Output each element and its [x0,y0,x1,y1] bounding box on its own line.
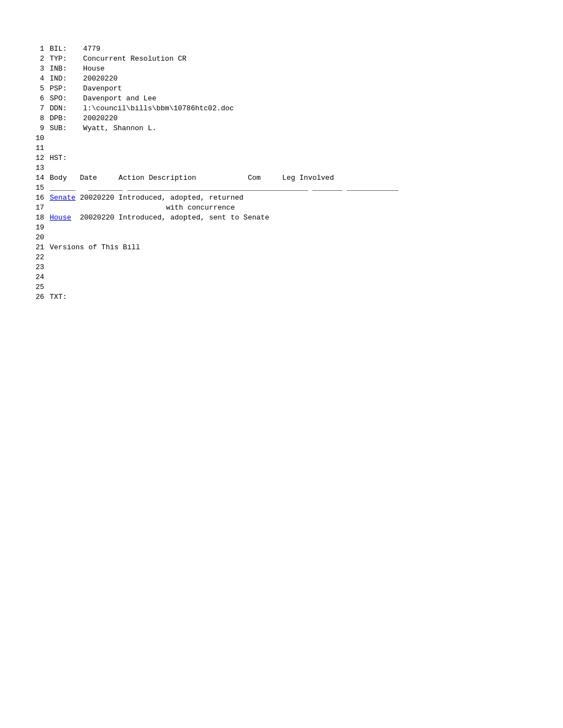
header-body: Body [50,174,67,182]
line-1: 1 BIL: 4779 [33,44,530,54]
line-10: 10 [33,133,530,143]
line-content-14: Body Date Action Description Com Leg Inv… [50,173,530,183]
line-content-7: DDN: l:\council\bills\bbm\10786htc02.doc [50,104,530,114]
line-content-25 [50,282,530,292]
line-content-5: PSP: Davenport [50,84,530,94]
line-17: 17 with concurrence [33,203,530,213]
line-content-10 [50,133,530,143]
header-action: Action Description [119,174,196,182]
senate-date: 20020220 [80,194,114,202]
value-bil: 4779 [83,45,100,53]
line-content-21: Versions of This Bill [50,243,530,253]
label-ddn: DDN: [50,104,75,114]
line-15: 15 ______ ________ _____________________… [33,183,530,193]
line-content-6: SPO: Davenport and Lee [50,94,530,104]
line-14: 14 Body Date Action Description Com Leg … [33,173,530,183]
value-sub: Wyatt, Shannon L. [83,124,157,132]
line-11: 11 [33,143,530,153]
line-8: 8 DPB: 20020220 [33,114,530,124]
line-5: 5 PSP: Davenport [33,84,530,94]
line-num-12: 12 [33,153,50,163]
value-ddn: l:\council\bills\bbm\10786htc02.doc [83,104,234,113]
line-num-7: 7 [33,104,50,114]
house-action: Introduced, adopted, sent to Senate [119,213,269,222]
line-content-20 [50,233,530,243]
line-num-11: 11 [33,143,50,153]
divider-date: ________ [88,184,123,192]
header-com: Com [248,174,261,182]
senate-link[interactable]: Senate [50,194,76,202]
line-26: 26 TXT: [33,292,530,302]
line-num-24: 24 [33,272,50,282]
line-content-17: with concurrence [50,203,530,213]
line-num-1: 1 [33,44,50,54]
senate-action-cont: with concurrence [166,204,235,212]
line-9: 9 SUB: Wyatt, Shannon L. [33,124,530,133]
line-num-8: 8 [33,114,50,124]
versions-label: Versions of This Bill [50,243,140,251]
line-num-10: 10 [33,133,50,143]
divider-com: _______ [312,184,343,192]
line-7: 7 DDN: l:\council\bills\bbm\10786htc02.d… [33,104,530,114]
label-spo: SPO: [50,94,75,104]
line-num-16: 16 [33,193,50,203]
line-num-20: 20 [33,233,50,243]
label-dpb: DPB: [50,114,75,124]
label-typ: TYP: [50,54,75,64]
line-content-3: INB: House [50,64,530,74]
label-inb: INB: [50,64,75,74]
house-link[interactable]: House [50,213,71,222]
line-num-6: 6 [33,94,50,104]
label-ind: IND: [50,74,75,84]
txt-label: TXT: [50,293,67,301]
line-content-2: TYP: Concurrent Resolution CR [50,54,530,64]
label-bil: BIL: [50,44,75,54]
line-6: 6 SPO: Davenport and Lee [33,94,530,104]
line-num-4: 4 [33,74,50,84]
line-3: 3 INB: House [33,64,530,74]
line-21: 21 Versions of This Bill [33,243,530,253]
divider-leg: ____________ [347,184,399,192]
line-content-24 [50,272,530,282]
line-num-17: 17 [33,203,50,213]
line-20: 20 [33,233,530,243]
value-ind: 20020220 [83,74,118,83]
value-psp: Davenport [83,84,122,93]
line-2: 2 TYP: Concurrent Resolution CR [33,54,530,64]
line-content-11 [50,143,530,153]
line-content-18: House 20020220 Introduced, adopted, sent… [50,213,530,223]
senate-action: Introduced, adopted, returned [119,194,243,202]
line-12: 12 HST: [33,153,530,163]
label-sub: SUB: [50,124,75,133]
line-content-12: HST: [50,153,530,163]
line-22: 22 [33,253,530,263]
line-content-16: Senate 20020220 Introduced, adopted, ret… [50,193,530,203]
header-date: Date [80,174,97,182]
line-23: 23 [33,263,530,272]
header-leg: Leg Involved [282,174,334,182]
value-dpb: 20020220 [83,114,118,122]
house-date: 20020220 [80,213,114,222]
line-13: 13 [33,163,530,173]
line-num-3: 3 [33,64,50,74]
divider-action: ________________________________________… [127,184,308,192]
line-num-26: 26 [33,292,50,302]
line-content-26: TXT: [50,292,530,302]
line-4: 4 IND: 20020220 [33,74,530,84]
line-num-18: 18 [33,213,50,223]
line-content-9: SUB: Wyatt, Shannon L. [50,124,530,133]
line-num-25: 25 [33,282,50,292]
line-content-13 [50,163,530,173]
line-content-19 [50,223,530,233]
divider-body: ______ [50,184,76,192]
line-25: 25 [33,282,530,292]
hst-label: HST: [50,154,67,162]
line-content-1: BIL: 4779 [50,44,530,54]
line-num-19: 19 [33,223,50,233]
line-num-22: 22 [33,253,50,263]
line-18: 18 House 20020220 Introduced, adopted, s… [33,213,530,223]
line-content-8: DPB: 20020220 [50,114,530,124]
line-19: 19 [33,223,530,233]
value-inb: House [83,65,105,73]
line-24: 24 [33,272,530,282]
